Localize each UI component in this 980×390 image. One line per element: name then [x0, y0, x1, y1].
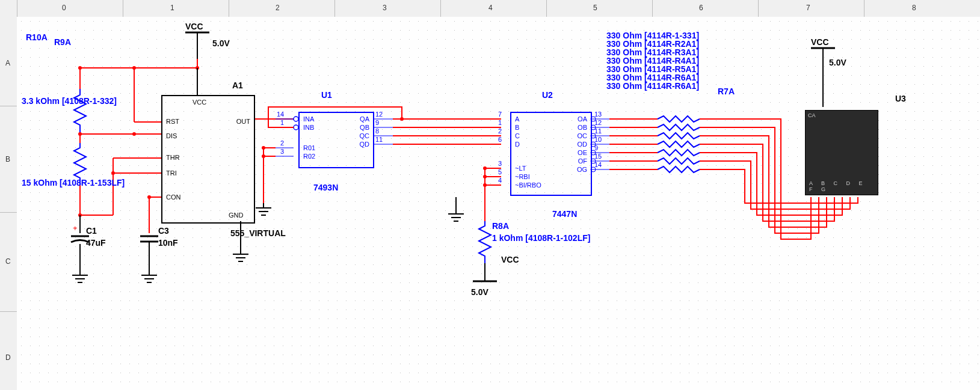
res-array-values: 330 Ohm [4114R-1-331] 330 Ohm [4114R-R2A… — [606, 31, 699, 90]
seg-type: CA — [808, 112, 816, 118]
u1-pin: QA — [360, 115, 369, 123]
res-array-line: 330 Ohm [4114R-R6A1] — [606, 73, 699, 82]
pin-tri: TRI — [166, 169, 177, 177]
u1-num: 11 — [375, 136, 383, 143]
svg-text:+: + — [73, 224, 78, 233]
col-head: 5 — [593, 4, 597, 12]
seg-pins: A B C D E F G — [809, 180, 878, 192]
u2-num: 7 — [498, 111, 502, 118]
refdes-u2: U2 — [542, 90, 553, 100]
u2-pin: OE — [578, 149, 587, 156]
col-head: 0 — [62, 4, 66, 12]
val-c1: 47uF — [86, 238, 106, 248]
u2-num: 9 — [594, 144, 598, 151]
row-head: A — [5, 59, 10, 67]
svg-point-3 — [132, 66, 136, 70]
u1-num: 3 — [280, 148, 284, 155]
name-u1: 7493N — [313, 183, 338, 192]
refdes-u3: U3 — [895, 94, 906, 103]
ic-555[interactable]: VCC RST DIS THR TRI CON GND OUT — [161, 95, 255, 224]
u2-num: 11 — [594, 127, 602, 135]
pin-rst: RST — [166, 118, 179, 125]
schematic-canvas[interactable]: + — [17, 17, 980, 390]
u2-num: 14 — [594, 161, 602, 168]
val-r8a: 1 kOhm [4108R-1-102LF] — [492, 233, 590, 243]
pin-out: OUT — [236, 118, 250, 125]
seven-segment-display[interactable]: CA A B C D E F G — [805, 110, 878, 195]
u2-pin: ~LT — [515, 165, 526, 172]
res-array-line: 330 Ohm [4114R-R6A1] — [606, 82, 699, 90]
u2-num: 13 — [594, 111, 602, 118]
svg-point-57 — [294, 125, 298, 130]
u2-num: 6 — [498, 136, 502, 143]
svg-point-2 — [196, 66, 199, 70]
u2-pin: B — [515, 124, 519, 131]
u2-pin: OF — [578, 157, 587, 165]
ic-u1[interactable]: INA INB R01 R02 QA QB QC QD — [298, 112, 374, 168]
name-555: 555_VIRTUAL — [230, 228, 286, 238]
row-ruler: A B C D — [0, 17, 17, 390]
u2-pin: OC — [578, 132, 588, 139]
svg-point-56 — [294, 117, 298, 121]
vcc-text-3: VCC — [811, 37, 829, 47]
u2-num: 1 — [498, 119, 502, 126]
u1-num: 2 — [280, 139, 284, 147]
u2-pin: OG — [577, 166, 587, 173]
val-r10a: 3.3 kOhm [4108R-1-332] — [22, 96, 117, 106]
pin-vcc: VCC — [193, 99, 206, 106]
col-head: 7 — [806, 4, 810, 12]
svg-point-12 — [78, 213, 82, 217]
u2-num: 3 — [498, 160, 502, 167]
col-head: 8 — [912, 4, 916, 12]
refdes-c1: C1 — [86, 226, 97, 236]
volts-text-2: 5.0V — [471, 287, 488, 297]
res-array-line: 330 Ohm [4114R-1-331] — [606, 31, 699, 40]
u1-pin: QD — [360, 141, 370, 148]
svg-point-62 — [400, 117, 404, 121]
u1-num: 12 — [375, 111, 383, 118]
col-head: 1 — [170, 4, 174, 12]
u1-pin: R01 — [303, 144, 315, 151]
pin-thr: THR — [166, 154, 180, 161]
pin-con: CON — [166, 193, 180, 201]
u2-num: 15 — [594, 153, 602, 160]
svg-point-4 — [78, 66, 82, 70]
u2-pin: ~RBI — [515, 173, 530, 180]
u1-pin: QC — [360, 132, 370, 139]
res-array-line: 330 Ohm [4114R-R3A1] — [606, 48, 699, 56]
svg-point-71 — [483, 166, 487, 170]
u2-num: 2 — [498, 127, 502, 135]
res-array-line: 330 Ohm [4114R-R5A1] — [606, 65, 699, 73]
col-head: 4 — [488, 4, 493, 12]
pin-gnd: GND — [229, 212, 243, 219]
res-array-line: 330 Ohm [4114R-R2A1] — [606, 40, 699, 48]
ruler-corner — [0, 0, 17, 17]
svg-point-72 — [483, 175, 487, 178]
pin-dis: DIS — [166, 132, 177, 139]
u1-pin: QB — [360, 124, 369, 131]
u1-pin: R02 — [303, 153, 315, 160]
svg-point-29 — [147, 195, 151, 199]
svg-point-51 — [262, 154, 265, 158]
u1-num: 1 — [280, 119, 284, 126]
refdes-r9a: R9A — [54, 37, 71, 47]
u1-num: 9 — [375, 119, 379, 126]
u1-pin: INB — [303, 124, 314, 131]
row-head: C — [5, 257, 11, 266]
val-c3: 10nF — [158, 238, 178, 248]
ic-u2[interactable]: A B C D ~LT ~RBI ~BI/RBO OA OB OC OD OE … — [510, 112, 592, 196]
schematic-viewport: 0 1 2 3 4 5 6 7 8 A B C D — [0, 0, 980, 390]
u2-pin: OB — [578, 124, 587, 131]
u1-num: 8 — [375, 127, 379, 135]
u2-num: 4 — [498, 177, 502, 184]
u2-pin: ~BI/RBO — [515, 181, 541, 189]
val-r9a: 15 kOhm [4108R-1-153LF] — [22, 178, 125, 187]
column-ruler: 0 1 2 3 4 5 6 7 8 — [17, 0, 980, 17]
u2-pin: A — [515, 115, 519, 123]
svg-point-50 — [262, 146, 265, 150]
u2-num: 12 — [594, 119, 602, 126]
svg-point-9 — [132, 132, 136, 136]
u1-pin: INA — [303, 115, 314, 123]
col-head: 3 — [383, 4, 387, 12]
svg-point-73 — [483, 183, 487, 187]
